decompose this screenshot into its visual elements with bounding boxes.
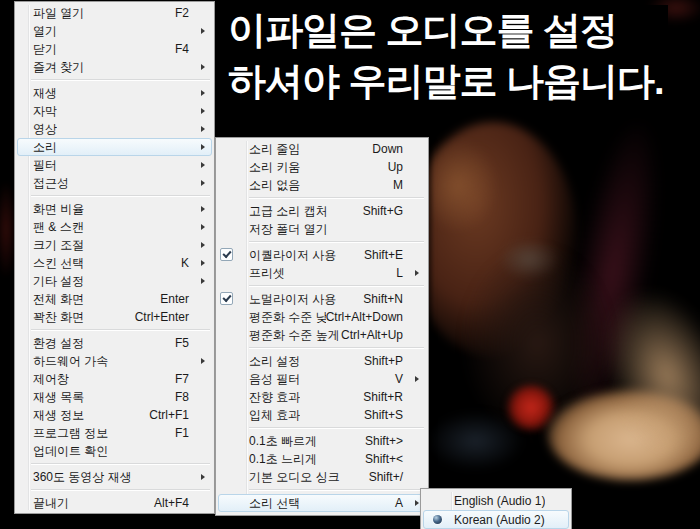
menu-item[interactable]: 전체 화면Enter (17, 290, 212, 308)
menu-item[interactable]: 잔향 효과Shift+R (218, 388, 426, 406)
menu-item[interactable]: 크기 조절 (17, 236, 212, 254)
menu-item[interactable]: 소리 (17, 138, 212, 156)
submenu-arrow-icon (201, 278, 205, 284)
menu-item[interactable]: 스킨 선택K (17, 254, 212, 272)
menu-item[interactable]: 환경 설정F5 (17, 334, 212, 352)
menu-item-label: 전체 화면 (33, 291, 84, 308)
menu-separator (218, 282, 426, 290)
menu-item-label: 화면 비율 (33, 201, 84, 218)
menu-item-label: 영상 (33, 121, 57, 138)
menu-separator (17, 486, 212, 494)
menu-item-shortcut: Ctrl+Alt+Down (326, 310, 425, 324)
menu-separator (17, 326, 212, 334)
menu-item[interactable]: 하드웨어 가속 (17, 352, 212, 370)
sound-submenu: 소리 줄임Down소리 키움Up소리 없음M고급 소리 캡처Shift+G저장 … (215, 137, 429, 516)
menu-item[interactable]: 프리셋L (218, 264, 426, 282)
menu-item-shortcut: Shift+G (363, 204, 425, 218)
menu-item-shortcut: Enter (160, 292, 211, 306)
menu-item[interactable]: 음성 필터V (218, 370, 426, 388)
menu-item[interactable]: 평준화 수준 높게Ctrl+Alt+Up (218, 326, 426, 344)
menu-item-shortcut: Shift+< (365, 452, 425, 466)
menu-item[interactable]: 즐겨 찾기 (17, 58, 212, 76)
menu-item[interactable]: 소리 선택A (218, 494, 426, 512)
menu-item[interactable]: 360도 동영상 재생 (17, 468, 212, 486)
menu-item-label: 입체 효과 (249, 407, 300, 424)
menu-item-label: 제어창 (33, 371, 69, 388)
menu-item[interactable]: 소리 없음M (218, 176, 426, 194)
submenu-arrow-icon (201, 162, 205, 168)
submenu-arrow-icon (415, 500, 419, 506)
menu-item[interactable]: 재생 정보Ctrl+F1 (17, 406, 212, 424)
menu-item-label: 0.1초 느리게 (249, 451, 317, 468)
menu-item[interactable]: 저장 폴더 열기 (218, 220, 426, 238)
menu-item-label: 잔향 효과 (249, 389, 300, 406)
menu-item-shortcut: Ctrl+F1 (149, 408, 211, 422)
menu-item[interactable]: 기본 오디오 싱크Shift+/ (218, 468, 426, 486)
menu-item[interactable]: 접근성 (17, 174, 212, 192)
menu-item[interactable]: 꽉찬 화면Ctrl+Enter (17, 308, 212, 326)
menu-item-shortcut: Shift+> (365, 434, 425, 448)
submenu-arrow-icon (201, 144, 205, 150)
menu-item-shortcut: Shift+P (364, 354, 425, 368)
menu-item[interactable]: Korean (Audio 2) (423, 510, 569, 529)
menu-separator (218, 194, 426, 202)
menu-item-shortcut: F1 (175, 426, 211, 440)
menu-item[interactable]: 재생 목록F8 (17, 388, 212, 406)
menu-item[interactable]: 0.1초 빠르게Shift+> (218, 432, 426, 450)
menu-item-shortcut: Shift+R (363, 390, 425, 404)
submenu-arrow-icon (201, 126, 205, 132)
menu-item[interactable]: 재생 (17, 84, 212, 102)
menu-item[interactable]: 업데이트 확인 (17, 442, 212, 460)
menu-item-label: 스킨 선택 (33, 255, 84, 272)
menu-separator (218, 238, 426, 246)
menu-item[interactable]: 자막 (17, 102, 212, 120)
submenu-arrow-icon (201, 108, 205, 114)
menu-item-shortcut: Shift+/ (369, 470, 425, 484)
menu-item[interactable]: 소리 줄임Down (218, 140, 426, 158)
submenu-arrow-icon (201, 242, 205, 248)
menu-item-label: 소리 선택 (249, 495, 300, 512)
menu-item[interactable]: 제어창F7 (17, 370, 212, 388)
menu-item-shortcut: V (395, 372, 425, 386)
menu-separator (218, 424, 426, 432)
menu-item[interactable]: 닫기F4 (17, 40, 212, 58)
menu-item[interactable]: English (Audio 1) (423, 491, 569, 510)
menu-item[interactable]: 화면 비율 (17, 200, 212, 218)
menu-item[interactable]: 기타 설정 (17, 272, 212, 290)
menu-item[interactable]: 소리 설정Shift+P (218, 352, 426, 370)
menu-item[interactable]: 소리 키움Up (218, 158, 426, 176)
menu-item-shortcut: K (181, 256, 211, 270)
menu-item[interactable]: 입체 효과Shift+S (218, 406, 426, 424)
menu-item[interactable]: 평준화 수준 낮게Ctrl+Alt+Down (218, 308, 426, 326)
menu-item-shortcut: Shift+S (364, 408, 425, 422)
menu-item-label: 소리 (33, 139, 57, 156)
menu-item[interactable]: 0.1초 느리게Shift+< (218, 450, 426, 468)
menu-item-shortcut: Ctrl+Enter (135, 310, 211, 324)
menu-item[interactable]: 영상 (17, 120, 212, 138)
menu-item-label: 저장 폴더 열기 (249, 221, 328, 238)
menu-item-shortcut: F8 (175, 390, 211, 404)
menu-item[interactable]: 프로그램 정보F1 (17, 424, 212, 442)
menu-item-label: 접근성 (33, 175, 69, 192)
menu-item[interactable]: 이퀄라이저 사용Shift+E (218, 246, 426, 264)
menu-item-label: 크기 조절 (33, 237, 84, 254)
menu-item[interactable]: 노멀라이저 사용Shift+N (218, 290, 426, 308)
audio-track-submenu: English (Audio 1)Korean (Audio 2) (420, 488, 572, 529)
menu-item-label: 하드웨어 가속 (33, 353, 108, 370)
menu-item-label: 재생 목록 (33, 389, 84, 406)
menu-item[interactable]: 파일 열기F2 (17, 4, 212, 22)
menu-item[interactable]: 끝내기Alt+F4 (17, 494, 212, 512)
menu-item-shortcut: F5 (175, 336, 211, 350)
menu-item-label: 소리 설정 (249, 353, 300, 370)
menu-item[interactable]: 열기 (17, 22, 212, 40)
menu-item-shortcut: Up (388, 160, 425, 174)
video-goggles-shape (498, 238, 560, 280)
main-context-menu: 파일 열기F2열기닫기F4즐겨 찾기재생자막영상소리필터접근성화면 비율팬 & … (14, 1, 215, 514)
menu-item[interactable]: 팬 & 스캔 (17, 218, 212, 236)
menu-item[interactable]: 고급 소리 캡처Shift+G (218, 202, 426, 220)
menu-item[interactable]: 필터 (17, 156, 212, 174)
check-glyph (222, 293, 231, 302)
menu-item-label: 고급 소리 캡처 (249, 203, 328, 220)
menu-item-label: 기타 설정 (33, 273, 84, 290)
menu-item-shortcut: F7 (175, 372, 211, 386)
